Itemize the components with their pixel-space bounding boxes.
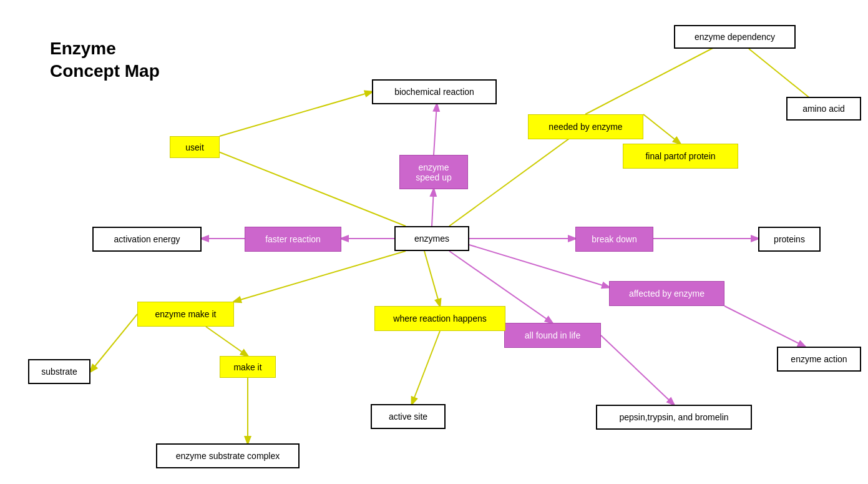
active-site-label: active site xyxy=(389,412,427,422)
affected-by-enzyme-node: affected by enzyme xyxy=(609,281,724,306)
make-it-label: make it xyxy=(233,362,261,372)
title: Enzyme Concept Map xyxy=(50,37,160,83)
svg-line-1 xyxy=(434,104,437,155)
svg-line-19 xyxy=(90,314,137,372)
enzyme-action-label: enzyme action xyxy=(791,354,847,364)
svg-line-20 xyxy=(206,327,248,356)
svg-line-13 xyxy=(724,306,805,347)
final-part-of-protein-node: final partof protein xyxy=(623,144,738,169)
svg-line-18 xyxy=(234,251,406,302)
svg-line-6 xyxy=(449,127,585,226)
enzyme-speed-up-node: enzyme speed up xyxy=(399,155,468,189)
final-part-of-protein-label: final partof protein xyxy=(645,151,715,161)
enzyme-dependency-label: enzyme dependency xyxy=(695,32,775,42)
svg-line-17 xyxy=(412,331,440,404)
biochemical-reaction-node: biochemical reaction xyxy=(372,79,497,104)
faster-reaction-label: faster reaction xyxy=(265,234,321,244)
where-reaction-happens-node: where reaction happens xyxy=(374,306,505,331)
pepsin-trypsin-label: pepsin,trypsin, and bromelin xyxy=(619,412,728,422)
make-it-node: make it xyxy=(220,356,276,378)
proteins-label: proteins xyxy=(774,234,805,244)
all-found-in-life-node: all found in life xyxy=(504,323,601,348)
substrate-label: substrate xyxy=(41,367,77,377)
enzyme-action-node: enzyme action xyxy=(777,347,861,372)
useit-label: useit xyxy=(185,142,204,152)
break-down-node: break down xyxy=(575,227,653,252)
svg-line-16 xyxy=(424,251,440,306)
enzyme-make-it-node: enzyme make it xyxy=(137,302,234,327)
pepsin-trypsin-node: pepsin,trypsin, and bromelin xyxy=(596,405,752,430)
svg-line-15 xyxy=(601,335,674,405)
enzyme-substrate-complex-label: enzyme substrate complex xyxy=(176,451,280,461)
enzymes-label: enzymes xyxy=(414,234,449,244)
proteins-node: proteins xyxy=(758,227,821,252)
amino-acid-node: amino acid xyxy=(786,97,861,121)
svg-line-0 xyxy=(432,189,434,226)
faster-reaction-node: faster reaction xyxy=(245,227,341,252)
svg-line-10 xyxy=(206,147,406,226)
enzyme-dependency-node: enzyme dependency xyxy=(674,25,796,49)
substrate-node: substrate xyxy=(28,359,90,384)
active-site-node: active site xyxy=(371,404,446,429)
enzymes-node: enzymes xyxy=(394,226,469,251)
activation-energy-node: activation energy xyxy=(92,227,202,252)
where-reaction-happens-label: where reaction happens xyxy=(393,314,486,323)
affected-by-enzyme-label: affected by enzyme xyxy=(629,289,705,299)
activation-energy-label: activation energy xyxy=(114,234,180,244)
svg-line-11 xyxy=(220,92,372,136)
needed-by-enzyme-label: needed by enzyme xyxy=(549,122,622,132)
all-found-in-life-label: all found in life xyxy=(525,330,581,340)
biochemical-reaction-label: biochemical reaction xyxy=(394,87,474,97)
enzyme-make-it-label: enzyme make it xyxy=(155,309,216,319)
svg-line-9 xyxy=(643,114,680,144)
amino-acid-label: amino acid xyxy=(802,104,845,114)
enzyme-speed-up-label: enzyme speed up xyxy=(416,162,452,182)
enzyme-substrate-complex-node: enzyme substrate complex xyxy=(156,443,300,468)
needed-by-enzyme-node: needed by enzyme xyxy=(528,114,643,139)
useit-node: useit xyxy=(170,136,220,158)
break-down-label: break down xyxy=(592,234,636,244)
